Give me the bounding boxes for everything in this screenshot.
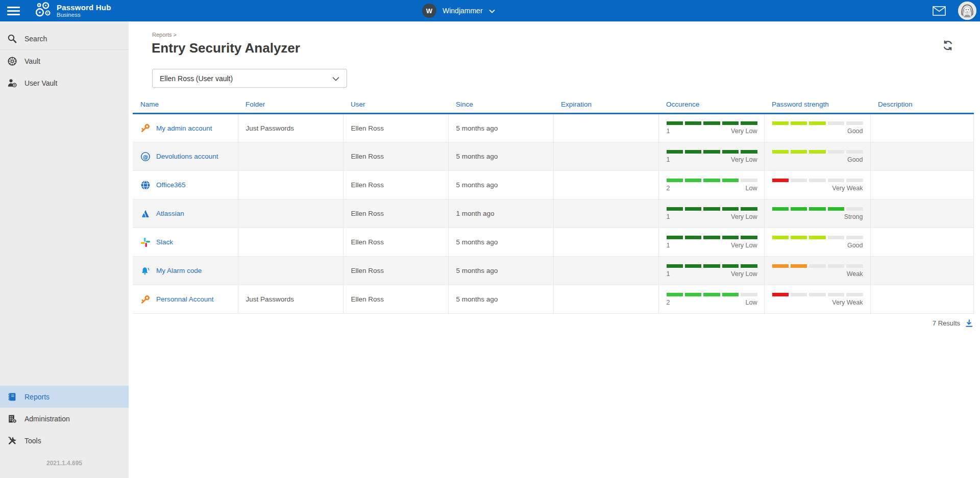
cell-description <box>870 257 973 285</box>
entry-link[interactable]: Personnal Account <box>156 295 214 303</box>
download-icon[interactable] <box>965 319 973 328</box>
tenant-switcher[interactable]: W Windjammer <box>422 0 495 21</box>
breadcrumb: Reports > <box>152 32 980 38</box>
chevron-down-icon <box>489 6 495 15</box>
column-header-expiration[interactable]: Expiration <box>553 100 658 114</box>
entry-link[interactable]: Atlassian <box>156 210 184 217</box>
entry-link[interactable]: My Alarm code <box>156 267 202 274</box>
mail-icon[interactable] <box>933 6 946 16</box>
occurrence-label: Very Low <box>731 270 757 278</box>
breadcrumb-separator: > <box>174 32 177 38</box>
vault-icon <box>7 56 18 67</box>
strength-bar <box>772 150 863 154</box>
user-vault-icon <box>7 78 18 89</box>
strength-label: Good <box>847 156 863 163</box>
sidebar-item-label: Administration <box>24 415 70 423</box>
cell-user: Ellen Ross <box>343 228 448 257</box>
sidebar-item-tools[interactable]: Tools <box>0 430 129 451</box>
sidebar-item-label: Tools <box>24 437 41 445</box>
profile-avatar[interactable] <box>958 2 976 20</box>
cell-since: 5 months ago <box>448 114 553 142</box>
column-header-folder[interactable]: Folder <box>238 100 343 114</box>
column-header-since[interactable]: Since <box>448 100 553 114</box>
key-icon <box>140 294 151 305</box>
main-content: Reports > Entry Security Analyzer Ellen … <box>129 21 980 478</box>
occurrence-bar <box>667 179 757 182</box>
occurrence-count: 2 <box>667 185 670 192</box>
table-row: Office365 Ellen Ross 5 months ago 2Low V… <box>133 171 973 199</box>
cell-folder <box>238 228 343 257</box>
tenant-initial-badge: W <box>422 4 436 18</box>
sidebar-item-label: User Vault <box>24 79 57 87</box>
vault-selector[interactable]: Ellen Ross (User vault) <box>152 69 347 88</box>
sidebar-item-user-vault[interactable]: User Vault <box>0 72 129 94</box>
cell-user: Ellen Ross <box>343 257 448 285</box>
column-header-description[interactable]: Description <box>870 100 973 114</box>
cell-description <box>870 171 973 199</box>
occurrence-label: Very Low <box>731 156 757 163</box>
refresh-button[interactable] <box>942 39 954 52</box>
occurrence-bar <box>667 150 757 154</box>
entry-link[interactable]: Office365 <box>156 181 186 189</box>
strength-bar <box>772 207 863 211</box>
entry-link[interactable]: Devolutions account <box>156 153 218 160</box>
strength-label: Very Weak <box>832 185 863 192</box>
sidebar-item-label: Reports <box>24 393 50 401</box>
sidebar: Search Vault User Vault Reports Administ… <box>0 21 129 478</box>
cell-since: 5 months ago <box>448 142 553 171</box>
table-header-row: Name Folder User Since Expiration Occure… <box>133 100 973 114</box>
brand-edition: Business <box>57 12 111 18</box>
cell-folder <box>238 142 343 171</box>
sidebar-item-label: Vault <box>24 57 40 65</box>
occurrence-count: 1 <box>667 270 670 278</box>
cell-user: Ellen Ross <box>343 114 448 142</box>
cell-expiration <box>553 228 658 257</box>
page-title: Entry Security Analyzer <box>152 40 980 56</box>
strength-bar <box>772 236 863 239</box>
entry-link[interactable]: Slack <box>156 238 173 246</box>
cell-description <box>870 142 973 171</box>
brand-name: Password Hub <box>57 4 111 12</box>
refresh-icon <box>942 39 954 52</box>
strength-label: Good <box>847 128 863 135</box>
table-row: My Alarm code Ellen Ross 5 months ago 1V… <box>133 257 973 285</box>
cell-user: Ellen Ross <box>343 285 448 314</box>
sidebar-item-reports[interactable]: Reports <box>0 386 129 408</box>
column-header-user[interactable]: User <box>343 100 448 114</box>
cell-description <box>870 114 973 142</box>
entries-table: Name Folder User Since Expiration Occure… <box>133 100 973 314</box>
column-header-name[interactable]: Name <box>133 100 238 114</box>
sidebar-item-search[interactable]: Search <box>0 28 129 50</box>
strength-label: Very Weak <box>832 299 863 306</box>
occurrence-bar <box>667 264 757 268</box>
administration-icon <box>7 413 18 424</box>
column-header-password-strength[interactable]: Password strength <box>764 100 870 114</box>
cell-since: 5 months ago <box>448 257 553 285</box>
strength-bar <box>772 121 863 125</box>
sidebar-item-vault[interactable]: Vault <box>0 50 129 72</box>
strength-bar <box>772 293 863 296</box>
occurrence-count: 1 <box>667 156 670 163</box>
tenant-name: Windjammer <box>443 7 483 15</box>
cell-since: 5 months ago <box>448 171 553 199</box>
cell-user: Ellen Ross <box>343 171 448 199</box>
occurrence-label: Low <box>746 299 757 306</box>
table-row: My admin account Just Passwords Ellen Ro… <box>133 114 973 142</box>
breadcrumb-reports-link[interactable]: Reports <box>152 32 172 38</box>
atlassian-icon <box>140 209 151 219</box>
table-row: Personnal Account Just Passwords Ellen R… <box>133 285 973 314</box>
occurrence-count: 1 <box>667 242 670 249</box>
cell-expiration <box>553 171 658 199</box>
occurrence-bar <box>667 121 757 125</box>
hamburger-menu-icon[interactable] <box>7 7 20 15</box>
entry-link[interactable]: My admin account <box>156 124 212 132</box>
column-header-occurence[interactable]: Occurence <box>658 100 764 114</box>
occurrence-label: Very Low <box>731 128 757 135</box>
table-row: Slack Ellen Ross 5 months ago 1Very Low … <box>133 228 973 257</box>
sidebar-item-administration[interactable]: Administration <box>0 408 129 430</box>
strength-label: Strong <box>844 213 863 220</box>
occurrence-label: Low <box>746 185 757 192</box>
reports-icon <box>7 391 18 402</box>
bell-icon <box>140 266 151 276</box>
strength-label: Good <box>847 242 863 249</box>
